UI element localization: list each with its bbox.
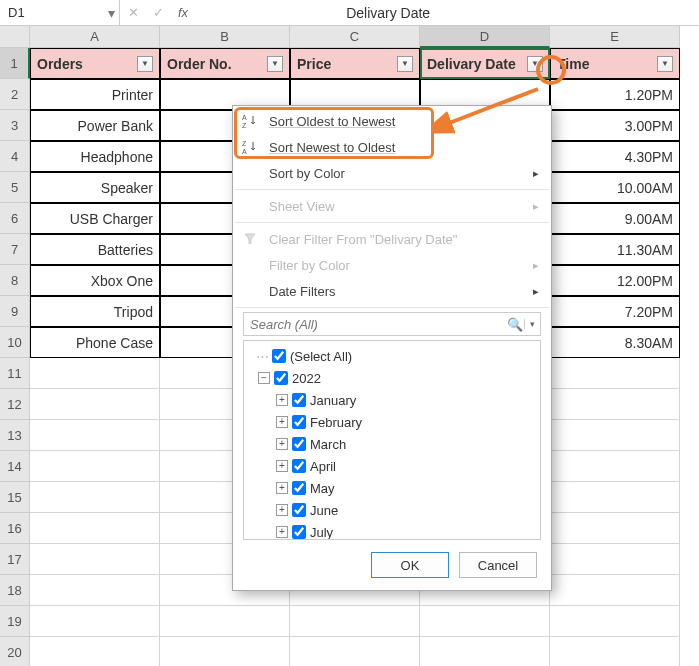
tree-month[interactable]: +May — [250, 477, 540, 499]
row-header[interactable]: 9 — [0, 296, 30, 327]
table-cell[interactable]: Printer — [30, 79, 160, 110]
table-cell[interactable]: Tripod — [30, 296, 160, 327]
collapse-icon[interactable]: − — [258, 372, 270, 384]
row-header[interactable]: 10 — [0, 327, 30, 358]
table-cell[interactable]: 7.20PM — [550, 296, 680, 327]
row-header[interactable]: 6 — [0, 203, 30, 234]
expand-icon[interactable]: + — [276, 460, 288, 472]
empty-cell[interactable] — [550, 575, 680, 606]
sort-by-color[interactable]: Sort by Color — [233, 160, 551, 186]
tree-month[interactable]: +April — [250, 455, 540, 477]
row-header[interactable]: 4 — [0, 141, 30, 172]
row-header[interactable]: 3 — [0, 110, 30, 141]
row-header[interactable]: 20 — [0, 637, 30, 666]
table-cell[interactable]: Phone Case — [30, 327, 160, 358]
filter-button-icon[interactable]: ▼ — [267, 56, 283, 72]
checkbox[interactable] — [272, 349, 286, 363]
checkbox[interactable] — [274, 371, 288, 385]
header-cell-orders[interactable]: Orders▼ — [30, 48, 160, 79]
empty-cell[interactable] — [30, 637, 160, 666]
tree-year[interactable]: − 2022 — [250, 367, 540, 389]
empty-cell[interactable] — [30, 606, 160, 637]
row-header[interactable]: 11 — [0, 358, 30, 389]
table-cell[interactable]: 8.30AM — [550, 327, 680, 358]
table-cell[interactable]: Xbox One — [30, 265, 160, 296]
row-header[interactable]: 12 — [0, 389, 30, 420]
row-header[interactable]: 19 — [0, 606, 30, 637]
checkbox[interactable] — [292, 459, 306, 473]
empty-cell[interactable] — [550, 389, 680, 420]
checkbox[interactable] — [292, 525, 306, 539]
filter-button-icon[interactable]: ▼ — [137, 56, 153, 72]
empty-cell[interactable] — [30, 358, 160, 389]
formula-content[interactable]: Delivary Date — [196, 5, 430, 21]
fx-icon[interactable]: fx — [178, 5, 188, 20]
empty-cell[interactable] — [30, 389, 160, 420]
checkbox[interactable] — [292, 503, 306, 517]
filter-search[interactable]: 🔍 ▾ — [243, 312, 541, 336]
select-all-corner[interactable] — [0, 26, 30, 48]
empty-cell[interactable] — [550, 513, 680, 544]
empty-cell[interactable] — [550, 606, 680, 637]
expand-icon[interactable]: + — [276, 504, 288, 516]
col-header-A[interactable]: A — [30, 26, 160, 48]
col-header-E[interactable]: E — [550, 26, 680, 48]
checkbox[interactable] — [292, 393, 306, 407]
row-header[interactable]: 17 — [0, 544, 30, 575]
expand-icon[interactable]: + — [276, 394, 288, 406]
table-cell[interactable]: Batteries — [30, 234, 160, 265]
empty-cell[interactable] — [550, 637, 680, 666]
filter-values-tree[interactable]: ⋯ (Select All) − 2022 +January +February… — [243, 340, 541, 540]
row-header[interactable]: 16 — [0, 513, 30, 544]
table-cell[interactable]: Power Bank — [30, 110, 160, 141]
sort-newest-oldest[interactable]: ZA Sort Newest to Oldest — [233, 134, 551, 160]
tree-month[interactable]: +July — [250, 521, 540, 540]
tree-month[interactable]: +June — [250, 499, 540, 521]
name-box-dropdown-icon[interactable]: ▾ — [103, 5, 119, 21]
search-icon[interactable]: 🔍 — [506, 317, 524, 332]
table-cell[interactable]: Headphone — [30, 141, 160, 172]
row-header[interactable]: 2 — [0, 79, 30, 110]
empty-cell[interactable] — [550, 451, 680, 482]
row-header[interactable]: 14 — [0, 451, 30, 482]
filter-search-input[interactable] — [244, 317, 506, 332]
checkbox[interactable] — [292, 437, 306, 451]
table-cell[interactable]: Speaker — [30, 172, 160, 203]
empty-cell[interactable] — [550, 482, 680, 513]
col-header-B[interactable]: B — [160, 26, 290, 48]
empty-cell[interactable] — [550, 358, 680, 389]
cancel-button[interactable]: Cancel — [459, 552, 537, 578]
header-cell-time[interactable]: Time▼ — [550, 48, 680, 79]
search-dropdown-icon[interactable]: ▾ — [524, 319, 540, 329]
empty-cell[interactable] — [160, 606, 290, 637]
empty-cell[interactable] — [160, 637, 290, 666]
expand-icon[interactable]: + — [276, 416, 288, 428]
sort-oldest-newest[interactable]: AZ Sort Oldest to Newest — [233, 108, 551, 134]
table-cell[interactable]: 10.00AM — [550, 172, 680, 203]
checkbox[interactable] — [292, 415, 306, 429]
empty-cell[interactable] — [30, 544, 160, 575]
tree-month[interactable]: +January — [250, 389, 540, 411]
row-header[interactable]: 15 — [0, 482, 30, 513]
empty-cell[interactable] — [420, 606, 550, 637]
tree-month[interactable]: +February — [250, 411, 540, 433]
empty-cell[interactable] — [30, 451, 160, 482]
filter-button-icon[interactable]: ▼ — [657, 56, 673, 72]
header-cell-orderno[interactable]: Order No.▼ — [160, 48, 290, 79]
expand-icon[interactable]: + — [276, 482, 288, 494]
name-box[interactable]: D1 ▾ — [0, 0, 120, 25]
empty-cell[interactable] — [550, 544, 680, 575]
expand-icon[interactable]: + — [276, 438, 288, 450]
row-header[interactable]: 8 — [0, 265, 30, 296]
empty-cell[interactable] — [550, 420, 680, 451]
header-cell-delivery-date[interactable]: Delivary Date▼ — [420, 48, 550, 79]
tree-month[interactable]: +March — [250, 433, 540, 455]
table-cell[interactable]: 11.30AM — [550, 234, 680, 265]
row-header-1[interactable]: 1 — [0, 48, 30, 79]
table-cell[interactable]: 4.30PM — [550, 141, 680, 172]
empty-cell[interactable] — [290, 637, 420, 666]
checkbox[interactable] — [292, 481, 306, 495]
header-cell-price[interactable]: Price▼ — [290, 48, 420, 79]
ok-button[interactable]: OK — [371, 552, 449, 578]
empty-cell[interactable] — [30, 420, 160, 451]
